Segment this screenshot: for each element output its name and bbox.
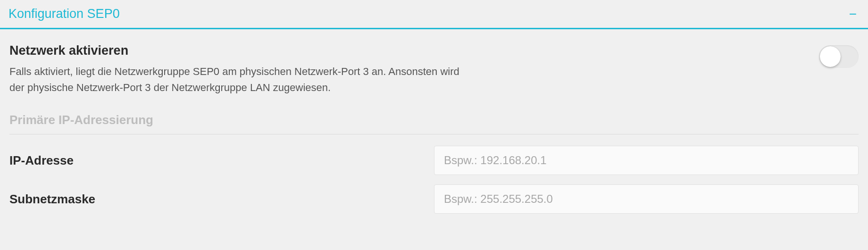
toggle-knob: [820, 46, 841, 67]
config-panel: Konfiguration SEP0 − Netzwerk aktivieren…: [0, 0, 868, 214]
collapse-icon[interactable]: −: [847, 8, 859, 21]
subnet-mask-input[interactable]: [434, 184, 859, 214]
ip-address-row: IP-Adresse: [9, 146, 859, 175]
network-enable-description: Falls aktiviert, liegt die Netzwerkgrupp…: [9, 64, 472, 96]
subnet-mask-input-wrap: [434, 184, 859, 214]
network-enable-text: Netzwerk aktivieren Falls aktiviert, lie…: [9, 43, 528, 96]
ip-address-label: IP-Adresse: [9, 153, 434, 168]
panel-body: Netzwerk aktivieren Falls aktiviert, lie…: [0, 29, 868, 214]
panel-header: Konfiguration SEP0 −: [0, 0, 868, 29]
panel-title: Konfiguration SEP0: [8, 7, 120, 21]
network-enable-toggle[interactable]: [819, 45, 859, 68]
primary-addressing-header: Primäre IP-Adressierung: [9, 106, 859, 134]
ip-address-input-wrap: [434, 146, 859, 175]
primary-addressing-title: Primäre IP-Adressierung: [9, 113, 859, 127]
subnet-mask-row: Subnetzmaske: [9, 184, 859, 214]
subnet-mask-label: Subnetzmaske: [9, 192, 434, 207]
ip-address-input[interactable]: [434, 146, 859, 175]
network-enable-row: Netzwerk aktivieren Falls aktiviert, lie…: [9, 43, 859, 96]
network-enable-label: Netzwerk aktivieren: [9, 43, 528, 58]
